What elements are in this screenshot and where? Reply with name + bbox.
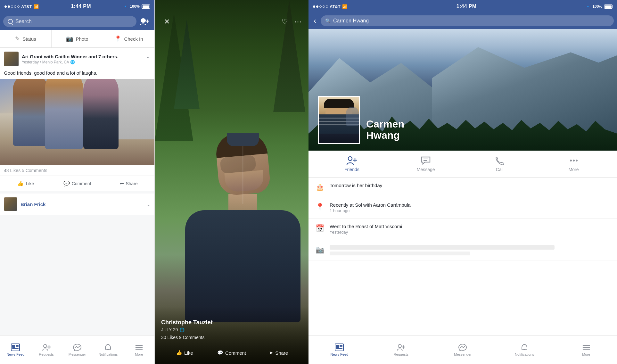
nav-messenger[interactable]: Messenger bbox=[62, 343, 93, 356]
profile-status-time: 1:44 PM bbox=[457, 4, 477, 9]
p-signal-dot-3 bbox=[319, 5, 322, 8]
friend-requests-icon[interactable] bbox=[139, 15, 151, 28]
post-header-left: Ari Grant with Caitlin Winner and 7 othe… bbox=[4, 52, 119, 66]
calendar-icon: 📅 bbox=[316, 224, 324, 233]
panel-newsfeed: AT&T 📶 1:44 PM 🔹 100% Search bbox=[0, 0, 155, 364]
wifi-icon: 📶 bbox=[34, 4, 39, 9]
more-icon-svg bbox=[135, 343, 144, 351]
photo-comment-button[interactable]: 💬 Comment bbox=[208, 347, 255, 359]
svg-rect-6 bbox=[16, 346, 19, 347]
photo-share-button[interactable]: ➤ Share bbox=[255, 347, 302, 359]
battery-body bbox=[142, 4, 150, 9]
photo-comment-label: Comment bbox=[225, 350, 246, 356]
profile-nav-messenger-label: Messenger bbox=[454, 352, 471, 356]
friends-label: Friends bbox=[344, 167, 359, 172]
nav-notifications[interactable]: Notifications bbox=[93, 343, 123, 356]
comment-label: Comment bbox=[72, 181, 91, 186]
partial-icon-col: 📷 bbox=[315, 246, 325, 254]
post-card-1: Ari Grant with Caitlin Winner and 7 othe… bbox=[0, 48, 154, 191]
profile-newsfeed-icon bbox=[335, 343, 344, 351]
bg-person bbox=[346, 107, 359, 126]
newsfeed-icon-svg bbox=[11, 343, 20, 351]
nav-newsfeed[interactable]: News Feed bbox=[0, 343, 31, 356]
cover-area: Carmen Hwang bbox=[308, 29, 617, 151]
nav-more[interactable]: More bbox=[124, 343, 154, 356]
friends-button[interactable]: Friends bbox=[315, 151, 389, 177]
profile-more-button[interactable]: More bbox=[537, 151, 611, 177]
share-button[interactable]: ➦ Share bbox=[103, 177, 154, 190]
status-composer-btn[interactable]: ✎ Status bbox=[0, 30, 52, 47]
calendar-icon-col: 📅 bbox=[315, 224, 325, 233]
signal-dot-2 bbox=[8, 5, 10, 8]
post-image-bg bbox=[0, 79, 154, 165]
svg-point-21 bbox=[573, 160, 575, 161]
photo-like-button[interactable]: 👍 Like bbox=[161, 347, 208, 359]
person-1 bbox=[13, 79, 48, 146]
call-button[interactable]: Call bbox=[463, 151, 537, 177]
post-text: Good friends, good food and a lot of lau… bbox=[0, 69, 154, 79]
message-button[interactable]: Message bbox=[389, 151, 463, 177]
like-button[interactable]: 👍 Like bbox=[0, 177, 52, 190]
partial-line-1 bbox=[330, 245, 555, 250]
profile-signal-bars bbox=[313, 5, 328, 8]
signal-dot-4 bbox=[14, 5, 16, 8]
checkin-composer-btn[interactable]: 📍 Check In bbox=[103, 30, 154, 47]
share-label: Share bbox=[126, 181, 138, 186]
nav-messenger-label: Messenger bbox=[69, 352, 86, 356]
search-icon bbox=[8, 19, 13, 24]
partial-post: Brian Frick ⌄ bbox=[0, 194, 154, 215]
photo-composer-btn[interactable]: 📷 Photo bbox=[52, 30, 103, 47]
search-placeholder: Search bbox=[15, 19, 32, 24]
post-chevron-down[interactable]: ⌄ bbox=[146, 53, 151, 60]
carrier-name: AT&T bbox=[21, 4, 32, 9]
hair-top bbox=[324, 99, 354, 108]
profile-nav-newsfeed[interactable]: News Feed bbox=[308, 343, 370, 356]
partial-post-avatar[interactable] bbox=[4, 197, 17, 211]
call-label: Call bbox=[496, 167, 504, 172]
post-author-name[interactable]: Ari Grant with Caitlin Winner and 7 othe… bbox=[22, 54, 119, 59]
comment-button[interactable]: 💬 Comment bbox=[52, 177, 103, 190]
profile-nav-notifications[interactable]: Notifications bbox=[494, 343, 555, 356]
photo-overlay-bottom: Christophe Tauziet JULY 29 🌐 30 Likes 9 … bbox=[155, 306, 308, 364]
call-icon-svg bbox=[494, 156, 505, 165]
heart-icon[interactable]: ♡ bbox=[282, 18, 288, 26]
message-icon-svg bbox=[420, 156, 431, 165]
jacket bbox=[185, 210, 300, 322]
globe-icon: 🌐 bbox=[179, 327, 185, 332]
more-dots-button[interactable]: ⋯ bbox=[294, 18, 302, 26]
p-signal-dot-2 bbox=[316, 5, 318, 8]
profile-notifications-icon bbox=[520, 343, 529, 351]
beard-area bbox=[224, 170, 264, 193]
battery-pct: 100% bbox=[130, 4, 140, 9]
nav-requests[interactable]: Requests bbox=[31, 343, 62, 356]
activity-partial: 📷 bbox=[308, 240, 617, 261]
profile-action-buttons: Friends Message Call More bbox=[308, 151, 617, 178]
svg-rect-7 bbox=[12, 348, 19, 349]
photo-comment-icon: 💬 bbox=[217, 350, 223, 356]
profile-search-input[interactable]: 🔍 Carmen Hwang bbox=[321, 15, 614, 26]
close-button[interactable]: ✕ bbox=[161, 16, 173, 28]
birthday-title: Tomorrow is her birthday bbox=[330, 183, 611, 188]
eye-shadow bbox=[220, 155, 256, 174]
profile-more-icon-svg bbox=[568, 156, 579, 165]
partial-line-2 bbox=[330, 252, 470, 255]
post-author-avatar[interactable] bbox=[4, 52, 19, 66]
nav-requests-label: Requests bbox=[39, 352, 53, 356]
photo-label: Photo bbox=[76, 36, 88, 42]
profile-bluetooth-icon: 🔹 bbox=[586, 4, 590, 9]
photo-date: JULY 29 🌐 bbox=[161, 327, 302, 332]
p-signal-dot-4 bbox=[323, 5, 325, 8]
profile-nav-more[interactable]: More bbox=[555, 343, 617, 356]
photo-share-label: Share bbox=[275, 350, 288, 356]
profile-nav-requests[interactable]: Requests bbox=[370, 343, 432, 356]
search-input-wrapper[interactable]: Search bbox=[3, 16, 136, 27]
location-text: Recently at Sol with Aaron Carámbula 1 h… bbox=[330, 202, 611, 213]
globe-icon: 🌐 bbox=[70, 60, 75, 64]
back-button[interactable]: ‹ bbox=[312, 16, 318, 25]
profile-avatar bbox=[318, 96, 360, 144]
status-time: 1:44 PM bbox=[71, 4, 91, 9]
event-title: Went to the Roast of Matt Viscomi bbox=[330, 224, 611, 229]
carrier-info: AT&T 📶 bbox=[4, 4, 39, 9]
profile-nav-messenger[interactable]: Messenger bbox=[432, 343, 494, 356]
photo-top-controls: ♡ ⋯ bbox=[282, 18, 302, 26]
